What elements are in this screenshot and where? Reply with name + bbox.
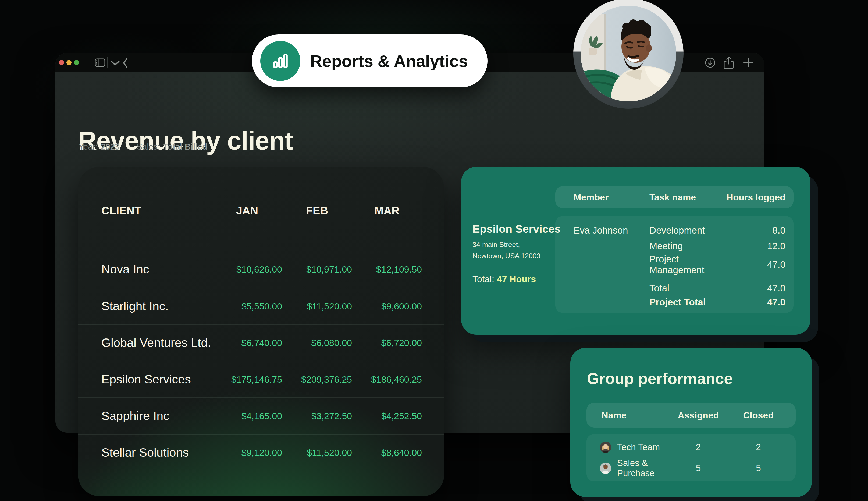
- column-header-member[interactable]: Member: [573, 192, 649, 203]
- revenue-by-client-card: CLIENT JAN FEB MAR Nova Inc$10,626.00$10…: [78, 167, 444, 496]
- table-row: Starlight Inc.$5,550.00$11,520.00$9,600.…: [78, 288, 444, 324]
- table-row: Global Ventures Ltd.$6,740.00$6,080.00$6…: [78, 324, 444, 361]
- reports-analytics-pill[interactable]: Reports & Analytics: [252, 34, 487, 87]
- summary-row: Total47.0: [555, 281, 793, 295]
- jan-value: $175,146.75: [212, 374, 282, 385]
- bar-chart-icon: [260, 41, 300, 81]
- mar-value: $8,640.00: [352, 447, 422, 458]
- task-hours: 12.0: [726, 241, 785, 251]
- man-avatar: [600, 462, 611, 474]
- group-name: Tech Team: [617, 442, 660, 452]
- address-line-1: 34 main Street,: [472, 239, 540, 250]
- mar-value: $12,109.50: [352, 264, 422, 275]
- mar-value: $4,252.50: [352, 411, 422, 422]
- group-table-body: Tech Team22Sales & Purchase55: [586, 434, 796, 481]
- feb-value: $6,080.00: [282, 338, 352, 348]
- hours-total: Total: 47 Hours: [472, 274, 536, 285]
- group-row: Sales & Purchase55: [586, 458, 796, 479]
- group-row: Tech Team22: [586, 437, 796, 458]
- task-row: Project Management47.0: [555, 254, 793, 269]
- zoom-window-button[interactable]: [74, 60, 79, 65]
- column-header-feb[interactable]: FEB: [282, 204, 352, 217]
- assigned-count: 2: [675, 442, 721, 452]
- table-row: Epsilon Services$175,146.75$209,376.25$1…: [78, 361, 444, 397]
- back-chevron-icon[interactable]: [122, 57, 128, 68]
- company-name: Epsilon Services: [472, 223, 561, 235]
- column-header-client[interactable]: CLIENT: [101, 204, 212, 217]
- group-performance-card: Group performance Name Assigned Closed T…: [570, 348, 812, 497]
- column-header-task-name[interactable]: Task name: [649, 192, 726, 203]
- task-name: Development: [649, 225, 726, 236]
- summary-label: Project Total: [649, 297, 726, 308]
- table-row: Sapphire Inc$4,165.00$3,272.50$4,252.50: [78, 397, 444, 434]
- client-name: Starlight Inc.: [101, 299, 212, 313]
- jan-value: $10,626.00: [212, 264, 282, 275]
- closed-count: 5: [721, 463, 796, 473]
- column-header-closed[interactable]: Closed: [721, 410, 796, 420]
- table-row: Nova Inc$10,626.00$10,971.00$12,109.50: [78, 251, 444, 288]
- feb-value: $209,376.25: [282, 374, 352, 385]
- client-name: Epsilon Services: [101, 372, 212, 386]
- jan-value: $6,740.00: [212, 338, 282, 348]
- user-avatar[interactable]: [581, 6, 676, 102]
- summary-hours: 47.0: [726, 297, 785, 308]
- jan-value: $9,120.00: [212, 447, 282, 458]
- column-header-assigned[interactable]: Assigned: [675, 410, 721, 420]
- timesheet-card: Epsilon Services 34 main Street, Newtown…: [461, 167, 811, 335]
- feb-value: $10,971.00: [282, 264, 352, 275]
- summary-hours: 47.0: [726, 283, 785, 294]
- client-name: Stellar Solutions: [101, 446, 212, 460]
- sales-filter[interactable]: Sales: Total Billed: [136, 142, 207, 152]
- feb-value: $3,272.50: [282, 411, 352, 422]
- address-line-2: Newtown, USA 12003: [472, 250, 540, 262]
- member-name: Eva Johnson: [573, 225, 649, 236]
- group-name-cell: Sales & Purchase: [586, 458, 675, 478]
- client-name: Nova Inc: [101, 262, 212, 276]
- task-hours: 8.0: [726, 225, 785, 236]
- titlebar-divider: [107, 57, 108, 67]
- group-performance-title: Group performance: [587, 370, 733, 387]
- reports-analytics-label: Reports & Analytics: [310, 51, 468, 71]
- feb-value: $11,520.00: [282, 301, 352, 312]
- year-filter-value: 2023: [101, 142, 119, 152]
- sales-filter-value: Total Billed: [163, 142, 207, 152]
- company-address: 34 main Street, Newtown, USA 12003: [472, 239, 540, 262]
- task-name: Meeting: [649, 241, 726, 251]
- jan-value: $5,550.00: [212, 301, 282, 312]
- task-row: Eva JohnsonDevelopment8.0: [555, 223, 793, 238]
- jan-value: $4,165.00: [212, 411, 282, 422]
- minimize-window-button[interactable]: [66, 60, 72, 65]
- group-name-cell: Tech Team: [586, 441, 675, 453]
- download-icon[interactable]: [704, 57, 716, 68]
- sidebar-toggle-icon[interactable]: [95, 58, 106, 67]
- hours-total-value: 47 Hours: [497, 274, 536, 284]
- client-name: Global Ventures Ltd.: [101, 336, 212, 350]
- mar-value: $6,720.00: [352, 338, 422, 348]
- client-name: Sapphire Inc: [101, 409, 212, 423]
- column-header-mar[interactable]: MAR: [352, 204, 422, 217]
- timesheet-table-body: Eva JohnsonDevelopment8.0Meeting12.0Proj…: [555, 216, 793, 313]
- mar-value: $9,600.00: [352, 301, 422, 312]
- revenue-table-header: CLIENT JAN FEB MAR: [78, 167, 444, 217]
- feb-value: $11,520.00: [282, 447, 352, 458]
- year-filter[interactable]: Year: 2023: [78, 142, 119, 152]
- year-filter-label: Year:: [78, 142, 98, 152]
- new-tab-plus-icon[interactable]: [742, 56, 754, 68]
- close-window-button[interactable]: [59, 60, 64, 65]
- summary-row: Project Total47.0: [555, 295, 793, 309]
- blonde-woman-avatar: [600, 441, 611, 453]
- share-icon[interactable]: [723, 56, 735, 70]
- column-header-name[interactable]: Name: [586, 410, 675, 420]
- hours-total-label: Total:: [472, 274, 494, 284]
- screenshot-root: Revenue by client Year: 2023 Sales: Tota…: [0, 0, 868, 501]
- column-header-jan[interactable]: JAN: [212, 204, 282, 217]
- table-row: Stellar Solutions$9,120.00$11,520.00$8,6…: [78, 434, 444, 471]
- closed-count: 2: [721, 442, 796, 452]
- column-header-hours-logged[interactable]: Hours logged: [726, 192, 785, 203]
- group-table-header: Name Assigned Closed: [586, 403, 796, 428]
- report-filters: Year: 2023 Sales: Total Billed: [78, 142, 207, 152]
- sales-filter-label: Sales:: [136, 142, 160, 152]
- chevron-down-icon[interactable]: [110, 60, 120, 66]
- mar-value: $186,460.25: [352, 374, 422, 385]
- assigned-count: 5: [675, 463, 721, 473]
